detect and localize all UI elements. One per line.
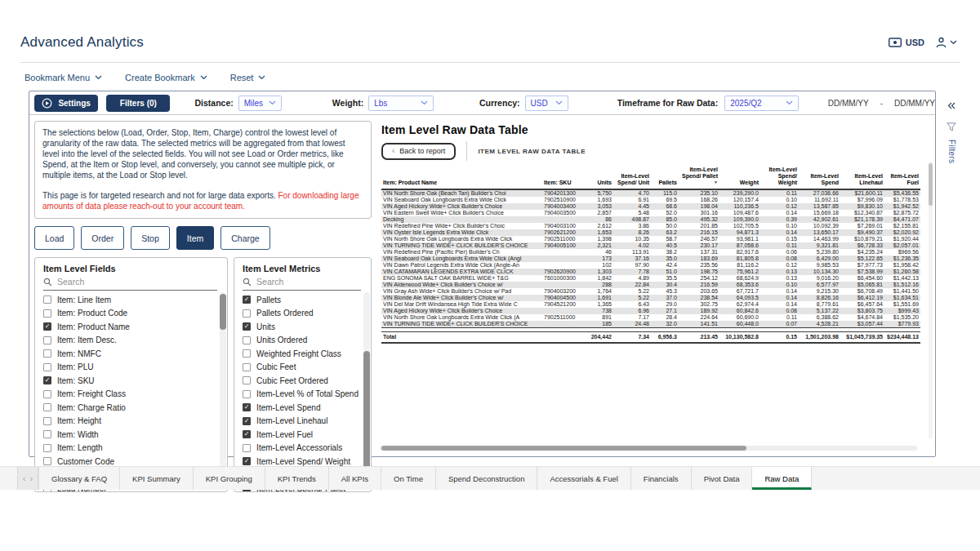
table-row[interactable]: VIN CATAMARAN LEGENDS EXTRA WIDE CLICK79… (381, 269, 920, 275)
checkbox-unchecked[interactable] (243, 376, 251, 384)
field-item-item-product-name[interactable]: ✓Item: Product Name (43, 320, 227, 334)
field-item-item-height[interactable]: Item: Height (43, 415, 227, 429)
checkbox-checked[interactable]: ✓ (243, 322, 251, 331)
field-item-item-plu[interactable]: Item: PLU (43, 361, 227, 375)
checkbox-unchecked[interactable] (243, 363, 251, 371)
date-from-input[interactable]: DD/MM/YY (828, 99, 869, 108)
metrics-scrollbar[interactable] (363, 292, 370, 490)
checkbox-checked[interactable]: ✓ (243, 403, 251, 411)
tab-accessorials-fuel[interactable]: Accessorials & Fuel (537, 467, 630, 490)
table-row[interactable]: VIN Aged Hickory Wide+ Click Builder's C… (381, 308, 920, 314)
back-to-report-button[interactable]: ‹ Back to report (381, 143, 456, 160)
metrics-search-input[interactable]: Search (243, 276, 361, 291)
table-row[interactable]: VIN North Shore Oak (Beach Tan) Builder'… (381, 189, 920, 197)
level-button-order[interactable]: Order (81, 226, 124, 250)
table-horizontal-scrollbar[interactable] (380, 446, 917, 451)
table-row[interactable]: VIN Del Mar Drift Windansea High Tide Ex… (381, 301, 920, 308)
tab-next-icon[interactable]: › (30, 473, 33, 483)
tab-financials[interactable]: Financials (631, 467, 692, 490)
level-button-stop[interactable]: Stop (131, 226, 170, 250)
user-menu[interactable] (936, 37, 957, 48)
tab-prev-icon[interactable]: ‹ (23, 473, 26, 483)
level-button-item[interactable]: Item (176, 226, 214, 250)
table-row[interactable]: VIN Redefined Pine (Pacific Pier) Builde… (381, 249, 920, 256)
table-row[interactable]: VIN Aged Hickory Wide+ Click Builder's C… (381, 203, 920, 210)
checkbox-unchecked[interactable] (43, 309, 51, 318)
column-header-item-level-spend-weight[interactable]: Item-Level Spend/ Weight (760, 166, 799, 189)
checkbox-unchecked[interactable] (43, 295, 51, 304)
checkbox-unchecked[interactable] (243, 390, 251, 398)
filters-button[interactable]: Filters (0) (106, 95, 170, 112)
column-header-units[interactable]: Units (586, 166, 613, 189)
field-item-item-nmfc[interactable]: Item: NMFC (43, 347, 227, 361)
checkbox-unchecked[interactable] (43, 457, 51, 465)
metric-item-pallets[interactable]: ✓Pallets (243, 293, 371, 307)
table-row[interactable]: VIN Oyster Isle Legends Extra Wide Click… (381, 229, 920, 236)
column-header-pallets[interactable]: Pallets (651, 166, 679, 189)
metric-item-units-ordered[interactable]: Units Ordered (243, 334, 371, 348)
table-row[interactable]: VIN North Shore Oak Longboards Extra Wid… (381, 314, 920, 321)
tab-spend-deconstruction[interactable]: Spend Deconstruction (436, 467, 537, 490)
table-row[interactable]: VIN North Shore Oak Longboards Extra Wid… (381, 236, 920, 242)
field-item-item-freight-class[interactable]: Item: Freight Class (43, 388, 227, 402)
table-vertical-scrollbar[interactable] (929, 162, 933, 438)
checkbox-checked[interactable]: ✓ (243, 430, 251, 438)
filter-funnel-icon[interactable] (947, 122, 956, 131)
field-item-item-charge-ratio[interactable]: Item: Charge Ratio (43, 401, 227, 415)
table-row[interactable]: VIN TURNING TIDE WIDE+ CLICK BUILDER'S C… (381, 321, 920, 328)
tab-all-kpis[interactable]: All KPIs (329, 467, 381, 490)
currency-dropdown[interactable]: USD (525, 96, 568, 111)
column-header-item-level-linehaul[interactable]: Item-Level Linehaul (840, 166, 884, 189)
table-row[interactable]: VIN Redefined Pine Wide+ Click Builder's… (381, 223, 920, 229)
checkbox-unchecked[interactable] (43, 430, 51, 438)
field-item-item-item-desc[interactable]: Item: Item Desc. (43, 334, 227, 348)
scrollbar-thumb[interactable] (929, 163, 933, 206)
checkbox-unchecked[interactable] (243, 444, 251, 452)
metric-item-item-level-linehaul[interactable]: ✓Item-Level Linehaul (243, 415, 371, 429)
weight-dropdown[interactable]: Lbs (368, 96, 434, 111)
table-row[interactable]: VIN Seaboard Oak Longboards Extra Wide C… (381, 197, 920, 203)
field-item-item-product-code[interactable]: Item: Product Code (43, 307, 227, 321)
metric-item-item-level-of-total-spend[interactable]: Item-Level % of Total Spend (243, 388, 371, 402)
checkbox-unchecked[interactable] (43, 336, 51, 344)
column-header-item-sku[interactable]: Item: SKU (539, 166, 586, 189)
checkbox-unchecked[interactable] (43, 417, 51, 425)
fields-search-input[interactable]: Search (43, 276, 217, 291)
scrollbar-thumb[interactable] (220, 294, 226, 330)
checkbox-checked[interactable]: ✓ (243, 417, 251, 425)
tab-on-time[interactable]: On Time (381, 467, 436, 490)
metric-item-cubic-feet[interactable]: Cubic Feet (243, 361, 371, 375)
metric-item-item-level-accessorials[interactable]: Item-Level Accessorials (243, 442, 371, 455)
table-row[interactable]: VIN Blonde Ale Wide+ Click Builder's Cho… (381, 295, 920, 301)
metric-item-weighted-freight-class[interactable]: Weighted Freight Class (243, 347, 371, 361)
field-item-item-length[interactable]: Item: Length (43, 442, 227, 455)
column-header-item-level-spend[interactable]: Item-Level Spend (799, 166, 840, 189)
tab-kpi-grouping[interactable]: KPI Grouping (194, 467, 265, 490)
checkbox-unchecked[interactable] (43, 349, 51, 358)
field-item-item-sku[interactable]: ✓Item: SKU (43, 374, 227, 388)
checkbox-unchecked[interactable] (243, 336, 251, 344)
column-header-weight[interactable]: Weight (719, 166, 760, 189)
filters-rail-label[interactable]: Filters (947, 140, 956, 163)
tab-raw-data[interactable]: Raw Data (752, 467, 812, 490)
fields-scrollbar[interactable] (220, 292, 226, 490)
level-button-charge[interactable]: Charge (220, 226, 270, 250)
tab-glossary-faq[interactable]: Glossary & FAQ (38, 467, 120, 490)
checkbox-unchecked[interactable] (243, 349, 251, 358)
collapse-panel-icon[interactable] (947, 102, 956, 109)
timeframe-dropdown[interactable]: 2025/Q2 (724, 96, 798, 111)
currency-indicator[interactable]: USD (889, 38, 924, 47)
metric-item-pallets-ordered[interactable]: Pallets Ordered (243, 307, 371, 321)
table-row[interactable]: VIN Eastern Swell Wide+ Click Builder's … (381, 210, 920, 216)
distance-dropdown[interactable]: Miles (238, 96, 282, 111)
tab-kpi-trends[interactable]: KPI Trends (265, 467, 329, 490)
create-bookmark-dropdown[interactable]: Create Bookmark (125, 73, 207, 82)
date-to-input[interactable]: DD/MM/YY (894, 99, 935, 108)
settings-button[interactable]: Settings (34, 95, 98, 112)
metric-item-units[interactable]: ✓Units (243, 320, 371, 334)
metric-item-cubic-feet-ordered[interactable]: Cubic Feet Ordered (243, 374, 371, 388)
column-header-item-level-spend-unit[interactable]: Item-Level Spend/ Unit (613, 166, 651, 189)
column-header-item-level-fuel[interactable]: Item-Level Fuel (884, 166, 920, 189)
table-row[interactable]: ENG SONOMA SALT OAK BARREL WIDE+ T&G7601… (381, 275, 920, 282)
scrollbar-thumb[interactable] (381, 446, 746, 451)
